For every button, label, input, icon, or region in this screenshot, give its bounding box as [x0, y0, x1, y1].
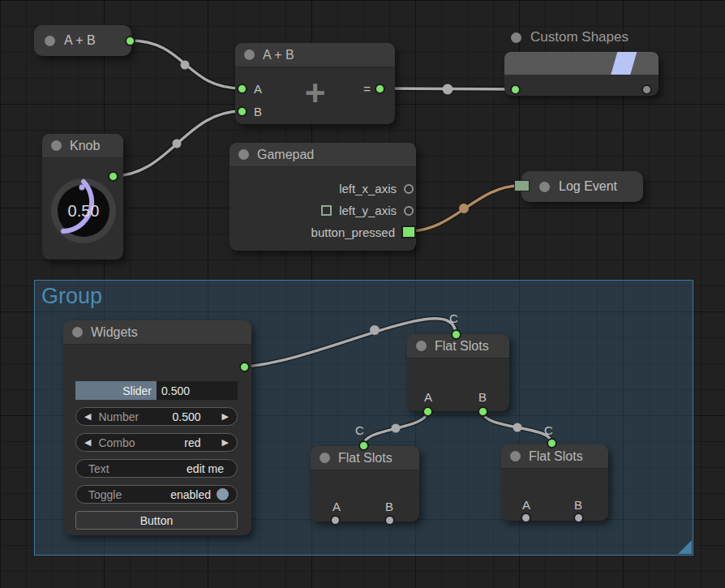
node-adder[interactable]: A + B A B = +	[235, 43, 395, 124]
slider-widget[interactable]: Slider 0.500	[75, 381, 238, 400]
collapse-toggle-icon[interactable]	[510, 451, 521, 461]
value-box-icon	[321, 205, 332, 216]
combo-widget[interactable]: ◀ Combo red ▶	[75, 433, 238, 452]
collapse-toggle-icon[interactable]	[416, 341, 427, 351]
combo-label: Combo	[98, 436, 135, 449]
toggle-label: Toggle	[88, 488, 122, 501]
knob-value-text: 0.50	[68, 202, 100, 220]
event-input-slot[interactable]	[514, 180, 530, 191]
prev-option-arrow-icon[interactable]: ◀	[84, 437, 91, 448]
output-label-a: A	[522, 498, 530, 512]
custom-bar-shape	[504, 52, 659, 75]
output-slot-b[interactable]	[573, 513, 584, 523]
node-knob[interactable]: Knob 0.50	[42, 134, 123, 260]
wire-midpoint-dot[interactable]	[370, 325, 380, 335]
node-title: Log Event	[559, 179, 617, 194]
next-option-arrow-icon[interactable]: ▶	[222, 437, 229, 448]
top-input-label: C	[544, 423, 553, 437]
output-slot[interactable]	[125, 36, 135, 46]
wire-midpoint-dot[interactable]	[513, 423, 522, 432]
node-log-event[interactable]: Log Event	[521, 171, 643, 202]
wire-midpoint-dot[interactable]	[392, 424, 401, 433]
collapse-toggle-icon[interactable]	[244, 49, 255, 60]
button-label: Button	[140, 514, 173, 527]
increment-arrow-icon[interactable]: ▶	[222, 411, 229, 422]
collapse-toggle-icon[interactable]	[45, 36, 55, 46]
output-slot[interactable]	[239, 362, 250, 372]
knob-widget[interactable]: 0.50	[45, 172, 122, 250]
slider-fill[interactable]: Slider	[75, 381, 157, 400]
node-title: A + B	[64, 33, 96, 48]
slider-label: Slider	[122, 384, 152, 397]
top-input-label: C	[355, 423, 364, 437]
output-slot-b[interactable]	[478, 406, 488, 417]
widget-column: Slider 0.500 ◀ Number 0.500 ▶ ◀ Combo re…	[75, 381, 238, 537]
button-widget[interactable]: Button	[75, 511, 238, 530]
text-value[interactable]: edit me	[187, 462, 224, 475]
wire-midpoint-dot[interactable]	[459, 204, 469, 213]
collapse-toggle-icon[interactable]	[320, 453, 330, 463]
node-title: Knob	[70, 139, 100, 153]
node-widgets[interactable]: Widgets Slider 0.500 ◀ Number 0.500 ▶ ◀ …	[63, 320, 251, 535]
top-input-slot[interactable]	[451, 329, 461, 340]
output-row-left-y-axis: left_y_axis	[230, 200, 416, 221]
slider-value: 0.500	[157, 381, 190, 400]
collapse-toggle-icon[interactable]	[238, 149, 249, 160]
combo-value[interactable]: red	[184, 436, 200, 449]
text-widget[interactable]: Text edit me	[75, 459, 238, 478]
node-title: Widgets	[91, 325, 138, 340]
decrement-arrow-icon[interactable]: ◀	[84, 411, 91, 422]
output-slot[interactable]	[404, 206, 414, 216]
output-row-button-pressed: button_pressed	[230, 221, 416, 243]
output-label-b: B	[385, 500, 393, 513]
number-widget[interactable]: ◀ Number 0.500 ▶	[75, 407, 238, 426]
output-label-b: B	[574, 498, 582, 512]
collapse-toggle-icon[interactable]	[539, 182, 550, 192]
output-slot-b[interactable]	[384, 515, 395, 526]
node-title-bar[interactable]: Flat Slots	[501, 444, 608, 469]
output-slot-a[interactable]	[423, 406, 433, 417]
output-slot-a[interactable]	[521, 513, 531, 523]
node-flat-slots-mid[interactable]: C Flat Slots A B	[407, 334, 509, 411]
output-label: left_x_axis	[339, 182, 397, 195]
node-title-bar[interactable]: A + B	[235, 43, 395, 67]
node-flat-slots-right[interactable]: C Flat Slots A B	[501, 444, 608, 521]
wire-midpoint-dot[interactable]	[181, 61, 190, 70]
toggle-state-dot[interactable]	[217, 488, 229, 500]
toggle-value: enabled	[170, 488, 211, 501]
node-title: Custom Shapes	[530, 29, 628, 45]
wire-midpoint-dot[interactable]	[443, 84, 453, 95]
wire-midpoint-dot[interactable]	[173, 139, 182, 148]
collapse-toggle-icon[interactable]	[511, 32, 521, 43]
node-flat-slots-left[interactable]: C Flat Slots A B	[311, 446, 419, 521]
graph-canvas[interactable]: Group A + B A + B	[0, 0, 725, 588]
number-label: Number	[98, 410, 139, 423]
custom-parallelogram-shape	[610, 52, 637, 75]
top-input-label: C	[449, 311, 458, 325]
node-title-bar[interactable]: Widgets	[63, 320, 251, 345]
node-title-bar[interactable]: Gamepad	[230, 143, 416, 167]
top-input-slot[interactable]	[358, 440, 369, 451]
node-gamepad[interactable]: Gamepad left_x_axis left_y_axis button_p…	[230, 143, 416, 251]
node-title: Gamepad	[257, 148, 314, 162]
text-label: Text	[88, 462, 109, 475]
node-title-bar[interactable]: Knob	[42, 134, 123, 158]
node-title: Flat Slots	[338, 451, 393, 466]
event-output-slot[interactable]	[401, 225, 416, 238]
plus-operator-icon: +	[235, 75, 395, 111]
output-label: button_pressed	[311, 225, 395, 239]
node-adder-collapsed[interactable]: A + B	[34, 25, 131, 56]
top-input-slot[interactable]	[547, 438, 557, 449]
number-value[interactable]: 0.500	[172, 410, 200, 423]
customshapes-title-row[interactable]: Custom Shapes	[511, 29, 628, 45]
toggle-widget[interactable]: Toggle enabled	[75, 485, 238, 504]
collapse-toggle-icon[interactable]	[72, 327, 83, 337]
node-custom-shapes[interactable]	[504, 52, 659, 96]
output-slot[interactable]	[641, 84, 652, 95]
collapse-toggle-icon[interactable]	[51, 140, 62, 151]
output-slot-a[interactable]	[330, 515, 341, 526]
output-label-b: B	[478, 390, 487, 404]
output-slot[interactable]	[404, 184, 414, 194]
output-label: left_y_axis	[339, 204, 397, 217]
input-slot[interactable]	[510, 84, 521, 95]
